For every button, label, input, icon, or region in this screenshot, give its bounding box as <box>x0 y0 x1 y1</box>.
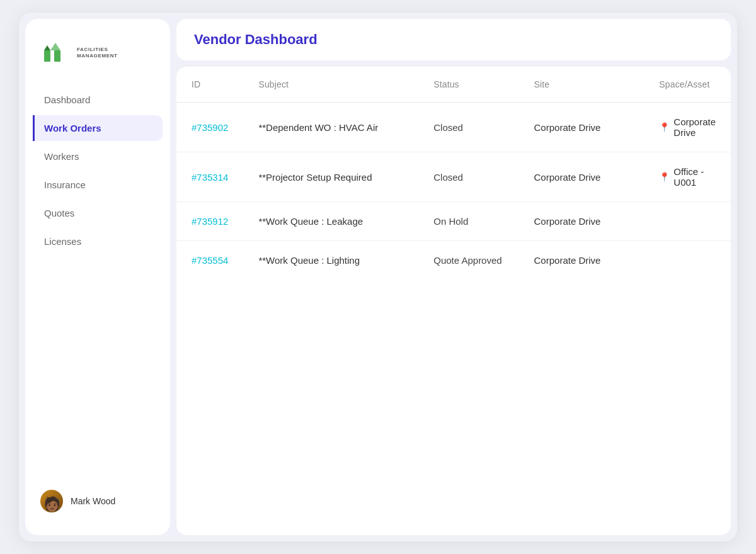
logo-line2: MANAGEMENT <box>77 53 118 59</box>
cell-id: #735314 <box>176 152 243 202</box>
sidebar-item-dashboard[interactable]: Dashboard <box>33 87 163 113</box>
col-header-status: Status <box>418 67 518 103</box>
sidebar-item-insurance[interactable]: Insurance <box>33 172 163 198</box>
svg-rect-1 <box>54 50 60 62</box>
logo-area: FACILITIES MANAGEMENT <box>25 38 170 87</box>
page-title: Vendor Dashboard <box>194 31 713 48</box>
col-header-site: Site <box>519 67 644 103</box>
logo-line1: FACILITIES <box>77 47 118 53</box>
cell-status: On Hold <box>418 202 518 241</box>
logo-icon <box>40 38 71 68</box>
table-row: #735554 **Work Queue : Lighting Quote Ap… <box>176 241 731 280</box>
cell-site: Corporate Drive <box>519 103 644 152</box>
sidebar: FACILITIES MANAGEMENT Dashboard Work Ord… <box>25 19 170 535</box>
cell-subject: **Work Queue : Leakage <box>243 202 418 241</box>
header-row: ID Subject Status Site Space/Asset <box>176 67 731 103</box>
avatar: 🧑🏾 <box>40 490 63 512</box>
work-order-link[interactable]: #735912 <box>192 216 228 227</box>
space-asset-container: 📍 Office - U001 <box>659 166 716 188</box>
cell-space-asset <box>644 241 731 280</box>
svg-marker-3 <box>44 45 50 50</box>
cell-id: #735912 <box>176 202 243 241</box>
table-row: #735912 **Work Queue : Leakage On Hold C… <box>176 202 731 241</box>
pin-icon: 📍 <box>659 122 670 132</box>
cell-subject: **Work Queue : Lighting <box>243 241 418 280</box>
nav-menu: Dashboard Work Orders Workers Insurance … <box>25 87 170 480</box>
cell-id: #735554 <box>176 241 243 280</box>
logo-text: FACILITIES MANAGEMENT <box>77 47 118 59</box>
cell-status: Closed <box>418 152 518 202</box>
svg-rect-0 <box>44 50 50 62</box>
user-area: 🧑🏾 Mark Wood <box>25 480 170 523</box>
cell-space-asset: 📍 Office - U001 <box>644 152 731 202</box>
header-card: Vendor Dashboard <box>176 19 731 60</box>
sidebar-item-licenses[interactable]: Licenses <box>33 229 163 254</box>
cell-status: Quote Approved <box>418 241 518 280</box>
work-order-link[interactable]: #735314 <box>192 172 228 183</box>
table-header: ID Subject Status Site Space/Asset <box>176 67 731 103</box>
table-body: #735902 **Dependent WO : HVAC Air Closed… <box>176 103 731 280</box>
space-asset-text: Office - U001 <box>673 166 716 188</box>
table-row: #735314 **Projector Setup Required Close… <box>176 152 731 202</box>
work-order-link[interactable]: #735902 <box>192 122 228 133</box>
cell-space-asset <box>644 202 731 241</box>
table-card: ID Subject Status Site Space/Asset #7359… <box>176 67 731 535</box>
col-header-space-asset: Space/Asset <box>644 67 731 103</box>
sidebar-item-workers[interactable]: Workers <box>33 144 163 169</box>
user-name: Mark Wood <box>71 496 115 506</box>
cell-site: Corporate Drive <box>519 202 644 241</box>
work-order-link[interactable]: #735554 <box>192 255 228 266</box>
work-orders-table: ID Subject Status Site Space/Asset #7359… <box>176 67 731 280</box>
table-row: #735902 **Dependent WO : HVAC Air Closed… <box>176 103 731 152</box>
cell-status: Closed <box>418 103 518 152</box>
space-asset-text: Corporate Drive <box>673 116 716 138</box>
cell-subject: **Dependent WO : HVAC Air <box>243 103 418 152</box>
cell-subject: **Projector Setup Required <box>243 152 418 202</box>
cell-site: Corporate Drive <box>519 152 644 202</box>
cell-space-asset: 📍 Corporate Drive <box>644 103 731 152</box>
avatar-image: 🧑🏾 <box>40 490 63 512</box>
pin-icon: 📍 <box>659 172 670 182</box>
cell-id: #735902 <box>176 103 243 152</box>
main-content: Vendor Dashboard ID Subject Status Site … <box>176 13 737 541</box>
sidebar-item-work-orders[interactable]: Work Orders <box>33 115 163 141</box>
svg-marker-2 <box>50 43 60 50</box>
app-container: FACILITIES MANAGEMENT Dashboard Work Ord… <box>19 13 737 541</box>
sidebar-item-quotes[interactable]: Quotes <box>33 200 163 226</box>
col-header-id: ID <box>176 67 243 103</box>
space-asset-container: 📍 Corporate Drive <box>659 116 716 138</box>
col-header-subject: Subject <box>243 67 418 103</box>
cell-site: Corporate Drive <box>519 241 644 280</box>
